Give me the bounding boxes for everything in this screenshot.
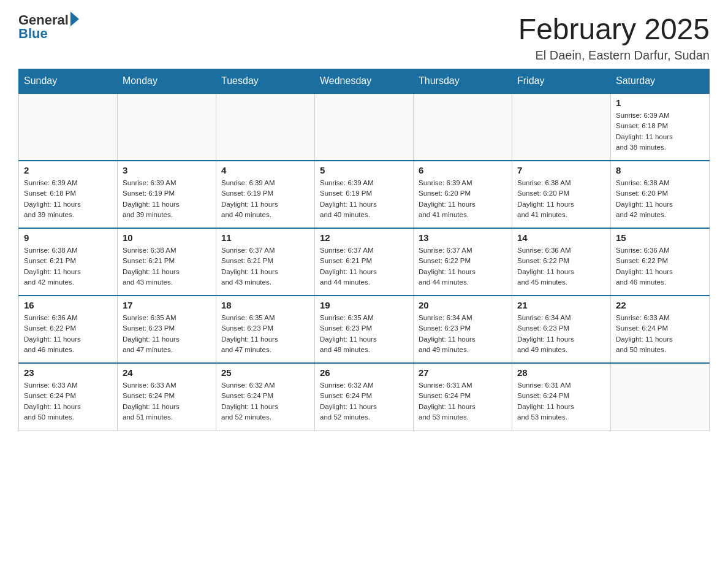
day-number: 28	[517, 367, 605, 378]
day-header-tuesday: Tuesday	[216, 69, 315, 94]
day-number: 26	[320, 367, 408, 378]
logo-blue-text: Blue	[18, 26, 48, 42]
day-info: Sunrise: 6:32 AM Sunset: 6:24 PM Dayligh…	[221, 380, 309, 423]
day-info: Sunrise: 6:39 AM Sunset: 6:19 PM Dayligh…	[123, 178, 211, 220]
day-number: 18	[221, 300, 309, 310]
calendar-cell	[118, 93, 216, 161]
day-number: 22	[616, 300, 704, 310]
day-number: 23	[24, 367, 112, 378]
day-number: 2	[24, 165, 112, 175]
calendar-cell: 27Sunrise: 6:31 AM Sunset: 6:24 PM Dayli…	[414, 363, 512, 431]
calendar-cell: 7Sunrise: 6:38 AM Sunset: 6:20 PM Daylig…	[512, 161, 611, 228]
day-info: Sunrise: 6:35 AM Sunset: 6:23 PM Dayligh…	[320, 313, 408, 355]
day-number: 11	[221, 232, 309, 243]
day-info: Sunrise: 6:35 AM Sunset: 6:23 PM Dayligh…	[123, 313, 211, 355]
day-header-monday: Monday	[118, 69, 216, 94]
day-info: Sunrise: 6:31 AM Sunset: 6:24 PM Dayligh…	[419, 380, 507, 423]
calendar-cell: 11Sunrise: 6:37 AM Sunset: 6:21 PM Dayli…	[216, 228, 315, 296]
day-info: Sunrise: 6:33 AM Sunset: 6:24 PM Dayligh…	[123, 380, 211, 423]
day-info: Sunrise: 6:37 AM Sunset: 6:21 PM Dayligh…	[221, 245, 309, 288]
day-number: 15	[616, 232, 704, 243]
day-info: Sunrise: 6:31 AM Sunset: 6:24 PM Dayligh…	[517, 380, 605, 423]
day-info: Sunrise: 6:34 AM Sunset: 6:23 PM Dayligh…	[419, 313, 507, 355]
calendar-cell	[216, 93, 315, 161]
day-info: Sunrise: 6:36 AM Sunset: 6:22 PM Dayligh…	[517, 245, 605, 288]
calendar-cell: 24Sunrise: 6:33 AM Sunset: 6:24 PM Dayli…	[118, 363, 216, 431]
calendar-week-row: 23Sunrise: 6:33 AM Sunset: 6:24 PM Dayli…	[19, 363, 710, 431]
month-title: February 2025	[518, 12, 710, 46]
calendar-table: SundayMondayTuesdayWednesdayThursdayFrid…	[18, 69, 710, 431]
logo: General Blue	[18, 12, 79, 42]
calendar-cell: 14Sunrise: 6:36 AM Sunset: 6:22 PM Dayli…	[512, 228, 611, 296]
day-number: 12	[320, 232, 408, 243]
calendar-cell: 19Sunrise: 6:35 AM Sunset: 6:23 PM Dayli…	[315, 296, 414, 363]
day-info: Sunrise: 6:36 AM Sunset: 6:22 PM Dayligh…	[616, 245, 704, 288]
calendar-cell: 10Sunrise: 6:38 AM Sunset: 6:21 PM Dayli…	[118, 228, 216, 296]
day-header-wednesday: Wednesday	[315, 69, 414, 94]
calendar-cell: 5Sunrise: 6:39 AM Sunset: 6:19 PM Daylig…	[315, 161, 414, 228]
day-number: 20	[419, 300, 507, 310]
calendar-cell: 3Sunrise: 6:39 AM Sunset: 6:19 PM Daylig…	[118, 161, 216, 228]
day-info: Sunrise: 6:33 AM Sunset: 6:24 PM Dayligh…	[24, 380, 112, 423]
day-info: Sunrise: 6:38 AM Sunset: 6:21 PM Dayligh…	[24, 245, 112, 288]
location-text: El Daein, Eastern Darfur, Sudan	[518, 48, 710, 63]
day-number: 5	[320, 165, 408, 175]
day-info: Sunrise: 6:39 AM Sunset: 6:18 PM Dayligh…	[616, 110, 704, 153]
day-number: 8	[616, 165, 704, 175]
calendar-cell: 28Sunrise: 6:31 AM Sunset: 6:24 PM Dayli…	[512, 363, 611, 431]
calendar-cell	[414, 93, 512, 161]
day-info: Sunrise: 6:37 AM Sunset: 6:22 PM Dayligh…	[419, 245, 507, 288]
day-header-thursday: Thursday	[414, 69, 512, 94]
calendar-cell: 18Sunrise: 6:35 AM Sunset: 6:23 PM Dayli…	[216, 296, 315, 363]
day-info: Sunrise: 6:36 AM Sunset: 6:22 PM Dayligh…	[24, 313, 112, 355]
day-number: 10	[123, 232, 211, 243]
calendar-cell	[512, 93, 611, 161]
calendar-cell	[19, 93, 118, 161]
day-info: Sunrise: 6:33 AM Sunset: 6:24 PM Dayligh…	[616, 313, 704, 355]
day-number: 24	[123, 367, 211, 378]
day-info: Sunrise: 6:39 AM Sunset: 6:19 PM Dayligh…	[320, 178, 408, 220]
calendar-cell: 8Sunrise: 6:38 AM Sunset: 6:20 PM Daylig…	[611, 161, 710, 228]
calendar-cell: 23Sunrise: 6:33 AM Sunset: 6:24 PM Dayli…	[19, 363, 118, 431]
calendar-cell: 4Sunrise: 6:39 AM Sunset: 6:19 PM Daylig…	[216, 161, 315, 228]
calendar-cell	[611, 363, 710, 431]
calendar-cell: 22Sunrise: 6:33 AM Sunset: 6:24 PM Dayli…	[611, 296, 710, 363]
day-info: Sunrise: 6:35 AM Sunset: 6:23 PM Dayligh…	[221, 313, 309, 355]
day-number: 27	[419, 367, 507, 378]
calendar-cell: 13Sunrise: 6:37 AM Sunset: 6:22 PM Dayli…	[414, 228, 512, 296]
calendar-header-row: SundayMondayTuesdayWednesdayThursdayFrid…	[19, 69, 710, 94]
day-info: Sunrise: 6:39 AM Sunset: 6:20 PM Dayligh…	[419, 178, 507, 220]
day-info: Sunrise: 6:38 AM Sunset: 6:20 PM Dayligh…	[517, 178, 605, 220]
calendar-cell: 15Sunrise: 6:36 AM Sunset: 6:22 PM Dayli…	[611, 228, 710, 296]
calendar-cell: 21Sunrise: 6:34 AM Sunset: 6:23 PM Dayli…	[512, 296, 611, 363]
day-number: 25	[221, 367, 309, 378]
calendar-week-row: 16Sunrise: 6:36 AM Sunset: 6:22 PM Dayli…	[19, 296, 710, 363]
day-number: 1	[616, 98, 704, 108]
day-number: 7	[517, 165, 605, 175]
day-number: 6	[419, 165, 507, 175]
day-header-friday: Friday	[512, 69, 611, 94]
calendar-cell: 17Sunrise: 6:35 AM Sunset: 6:23 PM Dayli…	[118, 296, 216, 363]
day-header-saturday: Saturday	[611, 69, 710, 94]
day-info: Sunrise: 6:38 AM Sunset: 6:21 PM Dayligh…	[123, 245, 211, 288]
day-info: Sunrise: 6:34 AM Sunset: 6:23 PM Dayligh…	[517, 313, 605, 355]
calendar-week-row: 2Sunrise: 6:39 AM Sunset: 6:18 PM Daylig…	[19, 161, 710, 228]
day-info: Sunrise: 6:37 AM Sunset: 6:21 PM Dayligh…	[320, 245, 408, 288]
day-info: Sunrise: 6:39 AM Sunset: 6:19 PM Dayligh…	[221, 178, 309, 220]
day-number: 4	[221, 165, 309, 175]
day-number: 13	[419, 232, 507, 243]
day-number: 14	[517, 232, 605, 243]
calendar-cell	[315, 93, 414, 161]
logo-arrow-icon	[70, 12, 79, 26]
day-number: 3	[123, 165, 211, 175]
day-info: Sunrise: 6:39 AM Sunset: 6:18 PM Dayligh…	[24, 178, 112, 220]
calendar-cell: 12Sunrise: 6:37 AM Sunset: 6:21 PM Dayli…	[315, 228, 414, 296]
calendar-cell: 6Sunrise: 6:39 AM Sunset: 6:20 PM Daylig…	[414, 161, 512, 228]
calendar-week-row: 1Sunrise: 6:39 AM Sunset: 6:18 PM Daylig…	[19, 93, 710, 161]
title-block: February 2025 El Daein, Eastern Darfur, …	[518, 12, 710, 63]
calendar-week-row: 9Sunrise: 6:38 AM Sunset: 6:21 PM Daylig…	[19, 228, 710, 296]
page-header: General Blue February 2025 El Daein, Eas…	[18, 12, 710, 63]
calendar-cell: 1Sunrise: 6:39 AM Sunset: 6:18 PM Daylig…	[611, 93, 710, 161]
day-info: Sunrise: 6:32 AM Sunset: 6:24 PM Dayligh…	[320, 380, 408, 423]
day-info: Sunrise: 6:38 AM Sunset: 6:20 PM Dayligh…	[616, 178, 704, 220]
